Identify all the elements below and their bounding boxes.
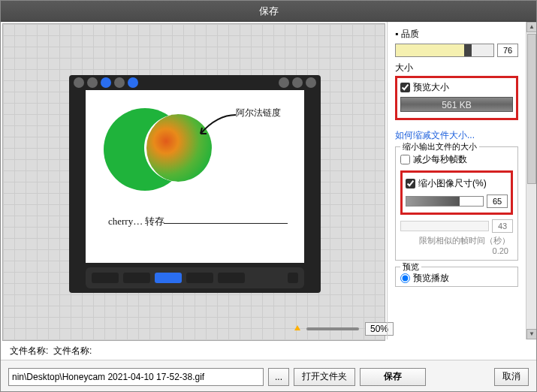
reduce-fps-checkbox[interactable] xyxy=(400,155,410,164)
filename-label-2: 文件名称: xyxy=(53,345,92,356)
shrink-help-link[interactable]: 如何缩减文件大小... xyxy=(395,129,475,142)
reduce-dim-slider[interactable] xyxy=(406,196,484,207)
reduce-dim-label: 缩小图像尺寸(%) xyxy=(418,177,487,190)
limit-value: 0.20 xyxy=(400,246,513,255)
highlight-box-resize: 缩小图像尺寸(%) 65 xyxy=(400,170,513,215)
bottom-pill[interactable] xyxy=(186,273,213,283)
side-panel: ▲ ▼ 品质 76 大小 预览大小 561 KB xyxy=(387,22,536,339)
save-button[interactable]: 保存 xyxy=(360,368,426,386)
filename-labels: 文件名称: 文件名称: xyxy=(10,345,92,357)
reduce-dim-checkbox[interactable] xyxy=(406,179,415,188)
highlight-box-size: 预览大小 561 KB xyxy=(395,76,518,120)
cancel-button[interactable]: 取消 xyxy=(494,368,529,386)
tool-icon[interactable] xyxy=(279,77,289,88)
main-area: 阿尔法链度 cherry… 转存 50% ▲ ▼ xyxy=(1,22,536,339)
scroll-down-icon[interactable]: ▼ xyxy=(526,329,536,339)
zoom-marker-icon xyxy=(294,325,300,333)
preview-pane: 阿尔法链度 cherry… 转存 50% xyxy=(2,23,385,341)
tool-icon[interactable] xyxy=(128,77,138,88)
underline-shape xyxy=(164,223,288,224)
size-label: 大小 xyxy=(395,62,413,73)
browse-button[interactable]: ... xyxy=(268,368,289,386)
shrink-group-title: 缩小输出文件的大小 xyxy=(400,141,479,152)
tool-icon[interactable] xyxy=(74,77,84,88)
drawing-canvas: 阿尔法链度 cherry… 转存 xyxy=(86,90,304,263)
tool-icon-active[interactable] xyxy=(101,77,111,88)
annotation-text-2: cherry… 转存 xyxy=(108,215,164,228)
extra-slider[interactable] xyxy=(400,221,489,231)
arrow-annotation xyxy=(195,111,240,141)
quality-label: 品质 xyxy=(395,29,419,39)
side-scrollbar[interactable]: ▲ ▼ xyxy=(526,22,536,339)
canvas-app: 阿尔法链度 cherry… 转存 xyxy=(69,75,321,293)
preview-group-title: 预览 xyxy=(400,261,421,273)
quality-value[interactable]: 76 xyxy=(497,44,518,57)
bottom-pill[interactable] xyxy=(288,273,298,283)
annotation-text-1: 阿尔法链度 xyxy=(236,107,281,119)
canvas-toolbar xyxy=(69,75,321,90)
preview-size-label: 预览大小 xyxy=(413,81,449,94)
tool-icon[interactable] xyxy=(114,77,125,88)
bottom-pill[interactable] xyxy=(123,273,150,283)
canvas-bottom-bar xyxy=(86,267,304,288)
file-size-bar: 561 KB xyxy=(400,97,513,112)
scroll-thumb[interactable] xyxy=(527,34,536,184)
preview-play-label: 预览播放 xyxy=(413,272,449,285)
tool-icon[interactable] xyxy=(292,77,303,88)
bottom-bar: ... 打开文件夹 保存 取消 xyxy=(1,360,536,391)
bottom-pill[interactable] xyxy=(92,273,119,283)
window-title: 保存 xyxy=(1,1,536,22)
tool-icon[interactable] xyxy=(306,77,316,88)
filename-label-1: 文件名称: xyxy=(10,345,48,356)
reduce-fps-label: 减少每秒帧数 xyxy=(413,153,467,166)
preview-play-radio[interactable] xyxy=(400,273,410,283)
open-folder-button[interactable]: 打开文件夹 xyxy=(294,368,355,386)
extra-value: 43 xyxy=(492,219,513,233)
zoom-controls: 50% xyxy=(294,322,394,336)
filename-input[interactable] xyxy=(8,368,264,386)
quality-slider[interactable] xyxy=(395,44,494,57)
limit-hint: 限制相似的帧时间（秒） xyxy=(400,235,513,246)
tool-icon[interactable] xyxy=(87,77,98,88)
preview-size-checkbox[interactable] xyxy=(400,83,410,92)
scroll-up-icon[interactable]: ▲ xyxy=(526,22,536,32)
zoom-slider[interactable] xyxy=(306,327,359,330)
reduce-dim-value[interactable]: 65 xyxy=(487,194,508,208)
bottom-pill[interactable] xyxy=(218,273,245,283)
preview-group: 预览 预览播放 xyxy=(395,267,518,287)
bottom-pill-active[interactable] xyxy=(155,273,182,283)
shrink-group: 缩小输出文件的大小 减少每秒帧数 缩小图像尺寸(%) 65 xyxy=(395,146,518,261)
